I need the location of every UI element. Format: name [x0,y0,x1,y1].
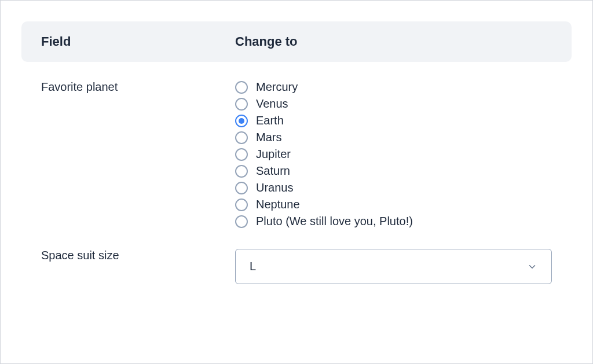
radio-icon [235,131,248,144]
radio-icon [235,165,248,178]
radio-group-favorite-planet: MercuryVenusEarthMarsJupiterSaturnUranus… [235,80,552,228]
field-label-space-suit-size: Space suit size [41,249,119,262]
radio-icon [235,182,248,194]
header-change-to: Change to [235,34,298,49]
radio-option[interactable]: Saturn [235,164,552,178]
radio-option[interactable]: Uranus [235,181,552,194]
radio-label: Saturn [256,164,290,178]
row-favorite-planet: Favorite planet MercuryVenusEarthMarsJup… [21,72,572,241]
radio-icon [235,115,248,127]
radio-icon [235,148,248,161]
radio-icon [235,215,248,228]
chevron-down-icon [527,262,537,272]
radio-label: Uranus [256,181,293,194]
radio-label: Neptune [256,198,300,211]
radio-icon [235,81,248,94]
radio-label: Venus [256,97,288,111]
select-value: L [250,260,256,273]
radio-label: Pluto (We still love you, Pluto!) [256,215,413,228]
field-label-favorite-planet: Favorite planet [41,80,118,93]
radio-option[interactable]: Venus [235,97,552,111]
radio-option[interactable]: Mercury [235,80,552,94]
radio-label: Earth [256,114,284,127]
radio-label: Mercury [256,80,298,94]
header-field: Field [41,34,71,49]
radio-icon [235,198,248,211]
radio-icon [235,98,248,111]
radio-option[interactable]: Mars [235,131,552,144]
radio-label: Mars [256,131,281,144]
radio-option[interactable]: Jupiter [235,148,552,161]
radio-label: Jupiter [256,148,291,161]
row-space-suit-size: Space suit size L [21,241,572,297]
radio-option[interactable]: Earth [235,114,552,127]
radio-option[interactable]: Pluto (We still love you, Pluto!) [235,215,552,228]
select-space-suit-size[interactable]: L [235,249,552,284]
radio-option[interactable]: Neptune [235,198,552,211]
table-header: Field Change to [21,21,572,62]
